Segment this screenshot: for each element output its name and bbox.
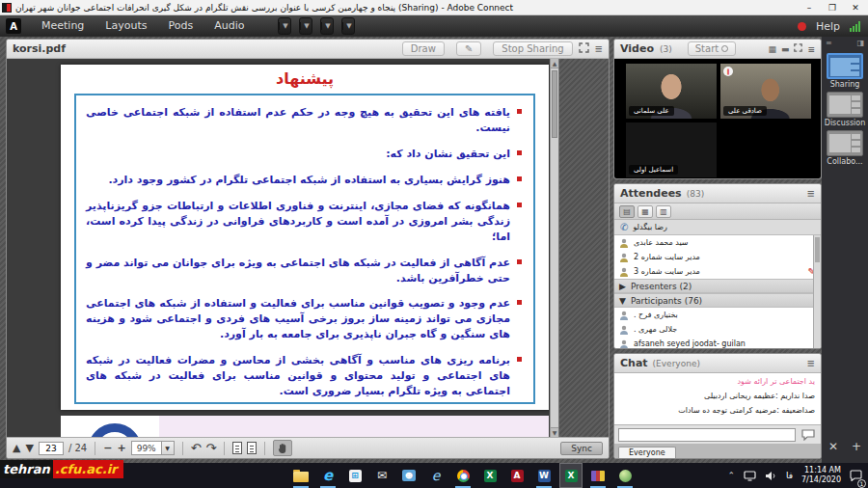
video-fullscreen-icon[interactable] (794, 43, 802, 54)
page-number-input[interactable] (39, 442, 64, 455)
microsoft-store-icon[interactable]: ⊞ (343, 463, 366, 488)
phone-icon: ✆ (620, 222, 628, 232)
layout-item[interactable]: Discussion (825, 92, 866, 127)
video-pod-title: Video (620, 42, 654, 55)
clock[interactable]: 11:14 AM 7/14/2020 (801, 466, 841, 485)
bullet-marker-icon (517, 109, 522, 114)
presenters-group-header[interactable]: ▶ Presenters (2) (614, 279, 821, 293)
document-scrollbar[interactable]: ▲ ▼ (550, 59, 558, 437)
volume-icon[interactable] (765, 467, 777, 485)
grid-view-icon[interactable]: ▦ (768, 44, 776, 54)
attendees-pod-menu-icon[interactable]: ≡ (807, 188, 815, 199)
menu-pods[interactable]: Pods (157, 15, 203, 37)
microphone-dropdown-icon[interactable]: ▼ (300, 22, 312, 30)
chrome-icon[interactable] (451, 463, 475, 488)
winrar-icon[interactable] (586, 463, 610, 488)
attendee-row[interactable]: afsaneh seyed joodat- guilan (614, 337, 821, 348)
webcam-dropdown-icon[interactable]: ▼ (321, 22, 333, 30)
zoom-dropdown-icon[interactable]: ▼ (161, 442, 174, 454)
tray-date: 7/14/2020 (801, 475, 841, 485)
zoom-level-select[interactable]: 99% ▼ (131, 441, 175, 455)
attendee-row[interactable]: بختیاری فرح . (614, 308, 821, 322)
acrobat-icon[interactable]: A (505, 463, 529, 488)
video-tile[interactable]: ‖ اسماعیل اولی (626, 122, 717, 177)
adobe-logo: A (6, 18, 21, 34)
connection-status-icon[interactable] (850, 21, 860, 32)
hand-tool-button[interactable] (273, 440, 292, 456)
share-pod-menu-icon[interactable]: ≡ (595, 43, 603, 54)
layout-item[interactable]: Collabo... (825, 130, 866, 166)
network-icon[interactable] (744, 467, 756, 485)
minimize-button[interactable]: – (799, 3, 820, 13)
language-indicator[interactable]: فا (786, 471, 793, 480)
stop-sharing-button[interactable]: Stop Sharing (493, 41, 572, 56)
menu-audio[interactable]: Audio (203, 15, 255, 37)
download-manager-icon[interactable] (613, 463, 637, 488)
restore-button[interactable]: ❐ (822, 3, 843, 13)
pin-panel-icon[interactable]: ◨ (856, 39, 864, 50)
send-message-icon[interactable] (800, 427, 817, 442)
rotate-left-icon[interactable]: ↶ (191, 441, 202, 455)
rotate-right-icon[interactable]: ↷ (206, 441, 217, 455)
page-up-icon[interactable]: ▲ (13, 442, 20, 454)
attendee-row[interactable]: مدیر سایت شماره 3 ✎ (614, 264, 821, 279)
zoom-out-icon[interactable]: − (103, 442, 112, 454)
excel-icon[interactable]: X (478, 463, 502, 488)
fullscreen-icon[interactable] (579, 42, 589, 55)
attendees-scrollbar[interactable] (813, 235, 821, 348)
fit-width-icon[interactable] (247, 442, 257, 454)
delete-layout-icon[interactable]: ✕ (828, 440, 838, 453)
tray-chevron-icon[interactable]: ⌃ (727, 471, 735, 480)
fit-page-icon[interactable] (232, 442, 242, 454)
close-button[interactable]: ✕ (845, 3, 866, 13)
document-toolbar: ▲ ▼ / 24 − + 99% ▼ ↶ ↷ Sync (7, 437, 609, 458)
share-pod: korsi.pdf Draw ✎ Stop Sharing ≡ پیشنهاد (6, 39, 610, 459)
speaker-button[interactable]: ▼ (278, 17, 291, 35)
attendee-grid-view-icon[interactable]: ▦ (637, 205, 653, 218)
participants-group-header[interactable]: ▼ Participants (76) (614, 293, 821, 308)
people-icon[interactable]: ☻ (397, 463, 420, 488)
menu-help[interactable]: Help (816, 20, 840, 33)
document-view[interactable]: پیشنهاد یافته های این تحقیق به هیچ وجه د… (7, 59, 558, 437)
mail-icon[interactable]: ✉ (370, 463, 393, 488)
video-tile[interactable]: ‖ صادقی علی (720, 64, 811, 119)
pointer-tool-icon[interactable]: ✎ (456, 41, 481, 56)
layout-thumbnail[interactable] (827, 92, 863, 118)
attendee-row[interactable]: مدیر سایت شماره 2 (614, 250, 821, 264)
zoom-in-icon[interactable]: + (117, 442, 125, 454)
page-down-icon[interactable]: ▼ (25, 442, 33, 454)
chat-message: صداضعیفه :مرضیه کرامتی توجه ده سادات (620, 406, 815, 415)
internet-explorer-icon[interactable]: e (424, 463, 448, 488)
video-tile[interactable]: ‖ علی سلمانی (626, 64, 717, 119)
chat-message-input[interactable] (618, 428, 796, 442)
notification-center-icon[interactable]: 1 (850, 467, 862, 485)
layout-thumbnail[interactable] (827, 53, 863, 79)
word-icon[interactable]: W (532, 463, 556, 488)
start-webcam-button[interactable]: Start (688, 41, 736, 56)
status-dropdown-icon[interactable]: ▼ (342, 22, 354, 30)
add-layout-icon[interactable]: + (852, 440, 861, 453)
attendee-row[interactable]: جلالی مهری . (614, 322, 821, 337)
menu-meeting[interactable]: Meeting (31, 15, 95, 37)
layouts-menu-icon[interactable]: ≡ (826, 39, 832, 50)
attendee-card-view-icon[interactable]: ▥ (656, 205, 671, 218)
edge-icon[interactable]: e (316, 463, 339, 488)
menu-layouts[interactable]: Layouts (95, 15, 157, 37)
draw-button[interactable]: Draw (402, 41, 445, 56)
speaker-dropdown-icon[interactable]: ▼ (279, 22, 290, 30)
video-pod-menu-icon[interactable]: ≡ (807, 44, 815, 54)
sync-button[interactable]: Sync (560, 442, 603, 455)
microphone-button[interactable]: ▼ (299, 17, 312, 35)
chat-pod-menu-icon[interactable]: ≡ (807, 358, 815, 368)
excel-active-icon[interactable]: X (559, 463, 583, 488)
layout-thumbnail[interactable] (827, 130, 863, 156)
file-explorer-icon[interactable] (289, 463, 312, 488)
filmstrip-view-icon[interactable]: ▬ (781, 44, 790, 54)
set-status-button[interactable]: ▼ (341, 17, 355, 35)
attendee-list-view-icon[interactable]: ▤ (619, 205, 635, 218)
layout-item[interactable]: Sharing (825, 53, 866, 89)
chat-tab-everyone[interactable]: Everyone (618, 447, 676, 458)
scrollbar-thumb[interactable] (552, 70, 557, 138)
webcam-button[interactable]: ▼ (320, 17, 334, 35)
attendee-row[interactable]: سید محمد عابدی (614, 235, 821, 250)
